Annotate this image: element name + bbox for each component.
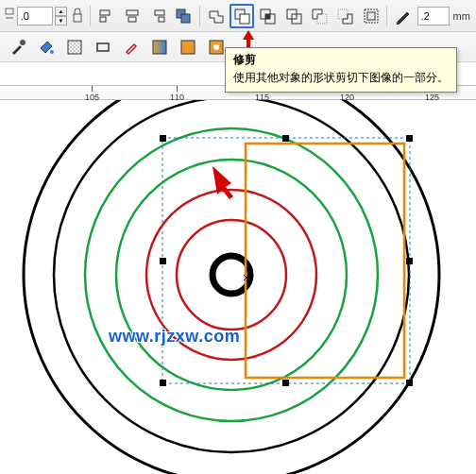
stroke-width-input[interactable] [417,7,450,25]
eyedropper2-icon [123,39,140,56]
svg-rect-5 [127,10,138,15]
grid-button[interactable] [62,35,87,59]
intersect-icon [259,8,276,25]
back-minus-front-icon [336,8,353,25]
svg-rect-27 [97,43,109,51]
paintbucket-icon [38,39,55,56]
svg-point-33 [54,100,409,452]
boundary-icon [363,8,380,25]
drawing-canvas[interactable]: www.rjzxw.com [0,100,476,474]
svg-rect-2 [74,14,81,22]
svg-rect-28 [153,41,166,54]
align-right-button[interactable] [145,4,169,28]
stroke-unit-label: mm [453,10,470,22]
drawing-svg [0,100,476,474]
weld-button[interactable] [204,4,228,28]
palette-icon [179,39,196,56]
svg-rect-10 [181,14,190,23]
svg-point-23 [50,50,54,54]
group-button[interactable] [172,4,196,28]
handle-ne[interactable] [406,135,413,142]
eyedropper-icon [9,39,26,56]
svg-rect-20 [365,9,378,23]
trim-button[interactable] [230,4,253,28]
svg-point-22 [20,40,26,45]
svg-rect-6 [128,17,136,22]
svg-rect-21 [367,12,375,20]
align-center-icon [124,8,141,25]
paintbucket-button[interactable] [34,35,59,59]
tooltip-title: 修剪 [233,52,449,68]
handle-n[interactable] [282,135,289,142]
watermark: www.rjzxw.com [109,327,240,347]
gradient-icon [151,39,168,56]
svg-rect-0 [6,8,13,14]
palette-button[interactable] [176,35,200,59]
gradient-button[interactable] [147,35,172,59]
handle-e[interactable] [406,258,413,264]
grid-icon [66,39,83,56]
back-minus-front-button[interactable] [333,4,357,28]
align-left-button[interactable] [94,4,118,28]
align-center-button[interactable] [120,4,144,28]
rectangle-icon [94,39,111,56]
tooltip: 修剪 使用其他对象的形状剪切下图像的一部分。 [225,47,457,93]
front-minus-back-icon [311,8,328,25]
eyedrop2-button[interactable] [119,35,144,59]
svg-rect-3 [100,10,110,15]
svg-rect-19 [338,9,348,19]
svg-rect-8 [159,17,164,22]
handle-sw[interactable] [160,380,166,386]
align-right-icon [149,8,166,25]
handle-s[interactable] [282,380,289,386]
pen-icon [395,8,412,25]
label-icon [4,7,15,25]
lock-icon[interactable] [71,7,84,25]
svg-point-31 [213,44,219,50]
svg-rect-7 [155,10,164,15]
weld-icon [208,8,225,25]
svg-rect-18 [317,14,327,24]
pen-button[interactable] [391,4,415,28]
intersect-button[interactable] [256,4,280,28]
callout-arrow-diag [212,166,233,199]
group-icon [175,8,192,25]
svg-rect-4 [100,17,106,22]
stepper[interactable]: ▲▼ [55,7,68,25]
front-minus-back-button[interactable] [307,4,331,28]
svg-rect-29 [181,41,195,54]
position-input[interactable] [17,7,53,25]
svg-rect-24 [68,41,81,54]
eyedropper-button[interactable] [6,35,30,59]
boundary-button[interactable] [359,4,382,28]
rect-tool-button[interactable] [91,35,115,59]
property-bar: ▲▼ mm [0,0,476,32]
svg-rect-12 [240,14,249,24]
fill-icon [208,39,225,56]
handle-w[interactable] [160,258,166,264]
handle-se[interactable] [406,380,413,386]
trim-icon [233,8,250,25]
handle-nw[interactable] [160,135,166,142]
simplify-button[interactable] [281,4,305,28]
align-left-icon [98,8,115,25]
svg-rect-15 [265,14,270,19]
tooltip-body: 使用其他对象的形状剪切下图像的一部分。 [233,70,449,86]
simplify-icon [285,8,302,25]
svg-point-37 [177,220,286,330]
